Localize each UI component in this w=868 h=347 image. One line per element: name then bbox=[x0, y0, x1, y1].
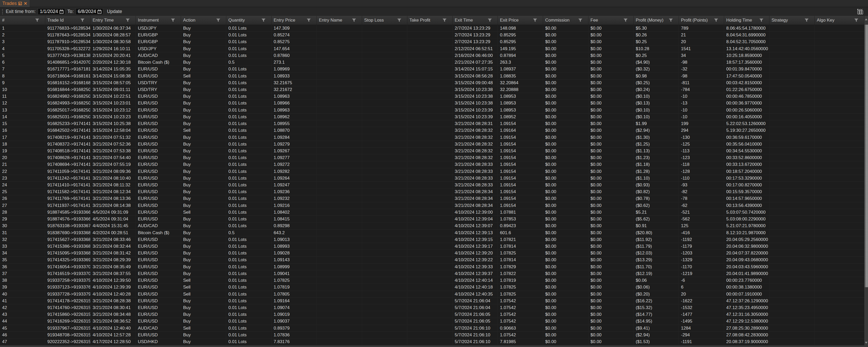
filter-icon[interactable] bbox=[623, 19, 628, 22]
table-row[interactable]: 44917416269->9226315793/21/2024 08:36:52… bbox=[0, 318, 864, 325]
table-row[interactable]: 21917408694->9174141543/21/2024 07:55:19… bbox=[0, 161, 864, 168]
filter-icon[interactable] bbox=[669, 19, 673, 22]
column-header[interactable]: Trade Id bbox=[45, 16, 91, 25]
column-header[interactable]: Fee bbox=[588, 16, 633, 25]
table-row[interactable]: 27917411937->9174141633/21/2024 08:14:38… bbox=[0, 202, 864, 209]
table-row[interactable]: 33917415386->9193368553/21/2024 08:32:44… bbox=[0, 243, 864, 250]
filter-icon[interactable] bbox=[578, 19, 582, 22]
filter-icon[interactable] bbox=[261, 19, 266, 22]
table-row[interactable]: 26917411769->9174141623/21/2024 08:13:36… bbox=[0, 195, 864, 202]
table-row[interactable]: 31918387690->9193368014/2/2024 00:28:51B… bbox=[0, 230, 864, 236]
column-header[interactable]: Entry Price bbox=[272, 16, 317, 25]
table-row[interactable]: 6914086851->9142070202/20/2024 12:30:18B… bbox=[0, 59, 864, 66]
close-icon[interactable]: ✕ bbox=[24, 2, 27, 6]
column-header[interactable]: Holding Time bbox=[724, 16, 769, 25]
filter-icon[interactable] bbox=[81, 19, 85, 22]
table-row[interactable]: 47920222352->9226315864/17/2024 12:28:50… bbox=[0, 339, 864, 345]
table-row[interactable]: 4911705328->9132272091/29/2024 16:10:11U… bbox=[0, 45, 864, 52]
filter-icon[interactable] bbox=[397, 19, 401, 22]
table-row[interactable]: 35917414325->9193369213/21/2024 08:29:39… bbox=[0, 256, 864, 263]
column-chooser-icon[interactable] bbox=[857, 9, 863, 14]
column-header[interactable]: # bbox=[0, 16, 45, 25]
table-row[interactable]: 42917414760->9226315773/21/2024 08:30:41… bbox=[0, 304, 864, 311]
table-row[interactable]: 18917408372->9174141473/21/2024 07:52:36… bbox=[0, 141, 864, 148]
calendar-icon[interactable] bbox=[97, 10, 101, 14]
table-row[interactable]: 14916825031->9168250593/15/2024 10:23:23… bbox=[0, 113, 864, 120]
table-row[interactable]: 46919348708->9226315854/10/2024 12:57:28… bbox=[0, 332, 864, 339]
filter-icon[interactable] bbox=[216, 19, 220, 22]
table-row[interactable]: 37917416519->9193370963/21/2024 08:37:55… bbox=[0, 270, 864, 277]
toolbar-grip-handle[interactable] bbox=[2, 9, 3, 14]
column-header[interactable]: Entry Name bbox=[317, 16, 362, 25]
table-row[interactable]: 9916816152->9168168053/15/2024 08:57:05U… bbox=[0, 79, 864, 86]
from-date-input[interactable]: 1/1/2024 bbox=[38, 8, 65, 15]
calendar-icon[interactable] bbox=[60, 10, 63, 14]
table-row[interactable]: 40919337728->9193379034/10/2024 12:40:28… bbox=[0, 291, 864, 298]
table-row[interactable]: 5913777423->9138138312/15/2024 20:20:41A… bbox=[0, 52, 864, 59]
column-header[interactable]: Algo Key bbox=[815, 16, 864, 25]
table-row[interactable]: 16916842502->9174141443/15/2024 12:58:04… bbox=[0, 127, 864, 134]
column-header[interactable]: Exit Price bbox=[498, 16, 543, 25]
filter-icon[interactable] bbox=[714, 19, 718, 22]
table-row[interactable]: 43917415860->9226315783/21/2024 08:34:48… bbox=[0, 311, 864, 318]
tab-trades[interactable]: Trades ✕ bbox=[0, 0, 30, 7]
table-row[interactable]: 45919337967->9226315844/10/2024 12:40:40… bbox=[0, 325, 864, 332]
to-date-input[interactable]: 6/8/2024 bbox=[76, 8, 103, 15]
table-row[interactable]: 7916717771->9167181973/14/2024 15:05:35E… bbox=[0, 66, 864, 72]
table-row[interactable]: 36917416054->9193370623/21/2024 08:35:49… bbox=[0, 264, 864, 270]
table-row[interactable]: 41917414178->9226315763/21/2024 08:28:38… bbox=[0, 298, 864, 304]
column-header[interactable]: Commission bbox=[543, 16, 588, 25]
cell: 0.01 Lots bbox=[226, 256, 272, 263]
column-header[interactable]: Profit (Points) bbox=[679, 16, 724, 25]
table-row[interactable]: 12916824993->9168250573/15/2024 10:23:01… bbox=[0, 100, 864, 107]
horizontal-scrollbar[interactable] bbox=[0, 345, 868, 347]
column-header[interactable]: Action bbox=[181, 16, 226, 25]
table-row[interactable]: 11916824982->9168250563/15/2024 10:22:51… bbox=[0, 93, 864, 100]
table-row[interactable]: 34917415095->9193368923/21/2024 08:31:42… bbox=[0, 250, 864, 256]
column-header[interactable]: Quantity bbox=[226, 16, 272, 25]
filter-icon[interactable] bbox=[488, 19, 492, 22]
table-row[interactable]: 25917411582->9174141613/21/2024 08:12:34… bbox=[0, 188, 864, 195]
table-row[interactable]: 29918874576->9193366934/5/2024 09:31:04E… bbox=[0, 216, 864, 222]
table-row[interactable]: 8916718604->9168161083/14/2024 15:08:38E… bbox=[0, 73, 864, 79]
table-row[interactable]: 30918763108->9193367254/4/2024 15:31:45A… bbox=[0, 222, 864, 229]
filter-icon[interactable] bbox=[171, 19, 175, 22]
vertical-scrollbar[interactable] bbox=[864, 16, 868, 345]
column-header[interactable]: Profit (Money) bbox=[633, 16, 679, 25]
table-row[interactable]: 39919337123->9193376104/10/2024 12:39:39… bbox=[0, 284, 864, 290]
table-row[interactable]: 32917415627->9193368303/21/2024 08:33:46… bbox=[0, 236, 864, 243]
filter-icon[interactable] bbox=[533, 19, 537, 22]
table-row[interactable]: 1911776833->9128534261/30/2024 06:37:34U… bbox=[0, 25, 864, 32]
filter-icon[interactable] bbox=[352, 19, 356, 22]
filter-icon[interactable] bbox=[442, 19, 446, 22]
table-row[interactable]: 13916825017->9168250583/15/2024 10:23:12… bbox=[0, 107, 864, 113]
scroll-up-arrow-icon[interactable] bbox=[864, 17, 868, 22]
column-header[interactable]: Take Profit bbox=[407, 16, 453, 25]
column-header[interactable]: Entry Time bbox=[91, 16, 136, 25]
table-row[interactable]: 17917408219->9174141463/21/2024 07:51:32… bbox=[0, 134, 864, 141]
column-header[interactable]: Stop Loss bbox=[362, 16, 407, 25]
column-header[interactable]: Strategy bbox=[769, 16, 815, 25]
table-row[interactable]: 10916816844->9168250553/15/2024 09:01:11… bbox=[0, 86, 864, 93]
table-row[interactable]: 19917408518->9174141493/21/2024 07:53:38… bbox=[0, 148, 864, 154]
column-header[interactable]: Instrument bbox=[136, 16, 181, 25]
filter-icon[interactable] bbox=[759, 19, 764, 22]
table-row[interactable]: 15916825233->9174141433/15/2024 10:25:38… bbox=[0, 120, 864, 127]
scroll-down-arrow-icon[interactable] bbox=[864, 340, 868, 345]
filter-icon[interactable] bbox=[35, 19, 39, 22]
table-row[interactable]: 24917411410->9174141603/21/2024 08:11:32… bbox=[0, 182, 864, 188]
table-row[interactable]: 20917408628->9174141523/21/2024 07:54:40… bbox=[0, 154, 864, 161]
filter-icon[interactable] bbox=[805, 19, 809, 22]
table-row[interactable]: 38919337258->9193375694/10/2024 12:39:50… bbox=[0, 277, 864, 284]
filter-icon[interactable] bbox=[854, 19, 858, 22]
column-header[interactable]: Exit Time bbox=[453, 16, 498, 25]
table-row[interactable]: 22917411059->9174141553/21/2024 08:09:36… bbox=[0, 168, 864, 175]
vertical-scrollbar-thumb[interactable] bbox=[865, 25, 868, 287]
filter-icon[interactable] bbox=[126, 19, 130, 22]
table-row[interactable]: 28918874585->9193366364/5/2024 09:31:09E… bbox=[0, 209, 864, 216]
table-row[interactable]: 2911787643->9128534291/30/2024 08:28:57E… bbox=[0, 32, 864, 38]
table-row[interactable]: 23917411242->9174141593/21/2024 08:10:40… bbox=[0, 175, 864, 182]
table-row[interactable]: 3911787910->9128534321/30/2024 08:30:58E… bbox=[0, 38, 864, 45]
filter-icon[interactable] bbox=[307, 19, 311, 22]
update-button[interactable]: Update bbox=[107, 9, 122, 14]
